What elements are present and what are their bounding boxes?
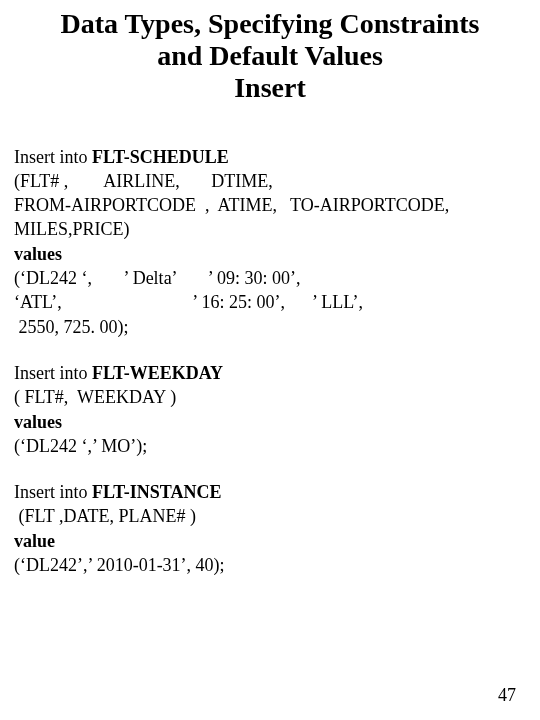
insert-prefix: Insert into: [14, 363, 92, 383]
sql-block-schedule: Insert into FLT-SCHEDULE (FLT# , AIRLINE…: [14, 145, 526, 339]
code-line: (FLT# , AIRLINE, DTIME,: [14, 169, 526, 193]
code-line: (‘DL242 ‘, ’ Delta’ ’ 09: 30: 00’,: [14, 266, 526, 290]
table-name: FLT-SCHEDULE: [92, 147, 229, 167]
code-line: ( FLT#, WEEKDAY ): [14, 385, 526, 409]
insert-prefix: Insert into: [14, 482, 92, 502]
insert-line: Insert into FLT-SCHEDULE: [14, 145, 526, 169]
code-line: MILES,PRICE): [14, 217, 526, 241]
code-line: FROM-AIRPORTCODE , ATIME, TO-AIRPORTCODE…: [14, 193, 526, 217]
sql-block-weekday: Insert into FLT-WEEKDAY ( FLT#, WEEKDAY …: [14, 361, 526, 458]
title-line-2: and Default Values: [14, 40, 526, 72]
code-line: 2550, 725. 00);: [14, 315, 526, 339]
sql-block-instance: Insert into FLT-INSTANCE (FLT ,DATE, PLA…: [14, 480, 526, 577]
insert-line: Insert into FLT-WEEKDAY: [14, 361, 526, 385]
title-line-3: Insert: [14, 72, 526, 104]
title-line-1: Data Types, Specifying Constraints: [14, 8, 526, 40]
slide-body: Insert into FLT-SCHEDULE (FLT# , AIRLINE…: [14, 145, 526, 578]
page-number: 47: [498, 685, 516, 706]
code-line: ‘ATL’, ’ 16: 25: 00’, ’ LLL’,: [14, 290, 526, 314]
table-name: FLT-WEEKDAY: [92, 363, 223, 383]
code-line: (‘DL242 ‘,’ MO’);: [14, 434, 526, 458]
insert-line: Insert into FLT-INSTANCE: [14, 480, 526, 504]
table-name: FLT-INSTANCE: [92, 482, 221, 502]
code-line: (FLT ,DATE, PLANE# ): [14, 504, 526, 528]
value-keyword: value: [14, 529, 526, 553]
insert-prefix: Insert into: [14, 147, 92, 167]
values-keyword: values: [14, 410, 526, 434]
code-line: (‘DL242’,’ 2010-01-31’, 40);: [14, 553, 526, 577]
values-keyword: values: [14, 242, 526, 266]
slide-title: Data Types, Specifying Constraints and D…: [14, 8, 526, 105]
